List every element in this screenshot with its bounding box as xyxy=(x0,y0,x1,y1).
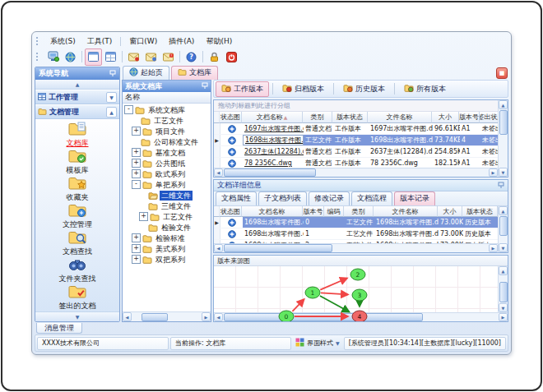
column-header[interactable]: 文件名称 xyxy=(368,112,432,123)
menu-grip-handle[interactable] xyxy=(36,37,40,45)
scroll-down-icon[interactable]: ▼ xyxy=(499,303,508,312)
tab-document-library[interactable]: 文档库 xyxy=(171,66,218,80)
globe-icon[interactable] xyxy=(62,48,79,66)
mail-alert-icon[interactable]: ! xyxy=(160,48,177,66)
pin-icon[interactable] xyxy=(109,70,116,78)
version-button-1[interactable]: 归档版本 xyxy=(276,81,330,97)
scroll-left-icon[interactable]: ◀ xyxy=(214,168,223,177)
chevron-up-icon[interactable]: ▲ xyxy=(76,81,80,87)
column-header[interactable]: 状态图 xyxy=(220,112,242,123)
tree-node[interactable]: +检验标准 xyxy=(123,233,211,243)
scroll-up-icon[interactable]: ▲ xyxy=(499,266,508,275)
scroll-right-icon[interactable]: ▶ xyxy=(489,168,498,177)
toolbar-grip-handle[interactable] xyxy=(36,53,40,61)
scroll-right-icon[interactable]: ▶ xyxy=(202,312,211,321)
power-icon[interactable] xyxy=(223,48,240,66)
expand-icon[interactable]: + xyxy=(132,233,141,242)
version-grid-hscrollbar[interactable]: ◀ ▶ xyxy=(214,243,498,252)
tree-node[interactable]: 二维文件 xyxy=(123,190,211,201)
tree-column-header[interactable]: 名称 xyxy=(123,92,211,104)
scroll-down-icon[interactable]: ▼ xyxy=(499,243,508,252)
group-by-panel[interactable]: 拖动列标题到此进行分组 xyxy=(214,100,498,112)
scrollbar-thumb[interactable] xyxy=(142,313,168,321)
chevron-down-icon[interactable]: ▼ xyxy=(76,314,80,320)
detail-tab-3[interactable]: 文档流程 xyxy=(351,191,392,205)
window-icon[interactable] xyxy=(85,48,102,66)
ui-style-selector[interactable]: 界面样式 ▼ xyxy=(293,338,342,348)
tree-node[interactable]: +美式系列 xyxy=(123,243,211,254)
document-grid-vscrollbar[interactable]: ▲ ▼ xyxy=(498,100,508,177)
column-header[interactable]: 类别 xyxy=(303,112,332,123)
graph-node[interactable]: 0 xyxy=(279,311,294,322)
column-header[interactable]: 版本号 xyxy=(459,112,480,123)
sidebar-item-4[interactable]: 文档查找 xyxy=(63,229,92,256)
expand-icon[interactable]: + xyxy=(132,244,141,253)
sidebar-item-1[interactable]: 模板库 xyxy=(67,148,89,174)
scroll-right-icon[interactable]: ▶ xyxy=(499,313,508,321)
menu-item-3[interactable]: 插件(A) xyxy=(163,35,200,48)
table-row[interactable]: 78 2356C.dwg普通文档工作版本78 2356C.dwg182.15KB… xyxy=(214,158,498,168)
expand-icon[interactable]: + xyxy=(132,159,141,168)
chevron-down-icon[interactable]: ▼ xyxy=(106,92,117,103)
version-button-2[interactable]: 历史版本 xyxy=(337,81,391,97)
detail-tab-1[interactable]: 子文档列表 xyxy=(258,191,307,205)
scroll-up-icon[interactable]: ▲ xyxy=(499,206,508,215)
sidebar-item-3[interactable]: 文控管理 xyxy=(63,202,92,228)
menu-item-4[interactable]: 帮助(H) xyxy=(200,35,238,48)
expand-icon[interactable]: + xyxy=(139,212,148,221)
sidebar-item-2[interactable]: 收藏夹 xyxy=(67,175,89,201)
sidebar-group-work[interactable]: 工作管理 ▼ xyxy=(35,90,119,104)
tree-node[interactable]: 检验文件 xyxy=(123,222,211,233)
menu-item-2[interactable]: 窗口(W) xyxy=(123,35,163,48)
document-grid-hscrollbar[interactable]: ◀ ▶ xyxy=(214,168,498,177)
column-header[interactable]: 版本状态 xyxy=(462,206,498,217)
expand-icon[interactable]: + xyxy=(132,169,141,178)
scrollbar-thumb[interactable] xyxy=(224,244,332,252)
help-icon[interactable]: ? xyxy=(183,48,200,66)
tab-message-management[interactable]: 消息管理 xyxy=(36,323,82,334)
graph-node[interactable]: 2 xyxy=(350,269,365,280)
chevron-up-icon[interactable]: ▲ xyxy=(106,107,117,118)
pin-icon[interactable] xyxy=(202,82,208,90)
expand-icon[interactable]: + xyxy=(132,255,141,264)
graph-node[interactable]: 3 xyxy=(352,289,367,301)
sidebar-item-6[interactable]: 签出的文档 xyxy=(59,284,96,310)
scroll-right-icon[interactable]: ▶ xyxy=(489,244,498,252)
table-row[interactable]: ▶1698出水嘴零件图.dwg工艺文件工作版本1698出水嘴零件图.dwg73.… xyxy=(214,135,498,146)
column-header[interactable]: 文件名称 xyxy=(374,206,438,217)
pin-icon[interactable] xyxy=(498,182,504,190)
column-header[interactable]: 版本状态 xyxy=(332,112,368,123)
expand-icon[interactable]: + xyxy=(132,148,141,157)
tree-node[interactable]: +公共图纸 xyxy=(123,158,211,168)
column-header[interactable]: 类别 xyxy=(344,206,374,217)
tree-node[interactable]: 三维文件 xyxy=(123,201,211,211)
display-icon[interactable] xyxy=(44,48,62,66)
scroll-left-icon[interactable]: ◀ xyxy=(123,312,132,321)
scrollbar-thumb[interactable] xyxy=(499,282,508,302)
tree-node[interactable]: 公司标准文件 xyxy=(123,136,211,147)
scroll-left-icon[interactable]: ◀ xyxy=(214,244,223,252)
column-header[interactable]: 大小 xyxy=(432,112,459,123)
sidebar-item-5[interactable]: 文件夹查找 xyxy=(59,256,96,283)
tree-node[interactable]: +欧式系列 xyxy=(123,168,211,179)
table-row[interactable]: ▶1698出水嘴零件图.dwg0工艺文件1698出水嘴零件图.dwg73.00K… xyxy=(214,217,498,228)
expand-icon[interactable]: + xyxy=(132,127,141,136)
detail-tab-2[interactable]: 修改记录 xyxy=(309,191,350,205)
column-header[interactable]: 大小 xyxy=(438,206,462,217)
table-row[interactable]: 1698出水嘴零件图.dwg1工艺文件1698出水嘴零件图.dwg73.00KB… xyxy=(214,228,498,240)
column-header[interactable]: 文档名称 xyxy=(242,206,303,217)
table-row[interactable]: 2637主体(12284).dwg普通文档工作版本2637主体(12284).d… xyxy=(214,146,498,158)
column-header[interactable]: 文档名称▲ xyxy=(242,112,303,123)
version-button-3[interactable]: 所有版本 xyxy=(398,81,452,97)
tab-start-page[interactable]: 起始页 xyxy=(123,66,169,80)
scroll-down-icon[interactable]: ▼ xyxy=(499,168,508,177)
scrollbar-thumb[interactable] xyxy=(499,216,508,236)
mail-send-icon[interactable] xyxy=(125,48,142,66)
table-row[interactable]: 1697出水嘴零件图.dwg普通文档工作版本1697出水嘴零件图.dwg96.6… xyxy=(214,123,498,135)
version-graph-canvas[interactable]: 01234 xyxy=(214,266,498,312)
column-header[interactable]: 编码 xyxy=(324,206,344,217)
graph-node[interactable]: 1 xyxy=(305,287,320,298)
menu-item-0[interactable]: 系统(S) xyxy=(44,35,81,48)
graph-vscrollbar[interactable]: ▲ ▼ xyxy=(498,266,508,312)
tree-node[interactable]: -系统文档库 xyxy=(123,104,211,115)
